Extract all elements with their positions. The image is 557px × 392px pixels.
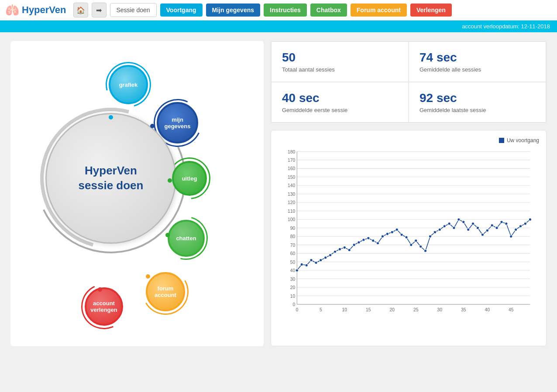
svg-point-79 — [433, 231, 436, 233]
progress-chart: 0102030405060708090100110120130140150160… — [278, 145, 539, 320]
forum-circle[interactable]: forumaccount — [146, 272, 185, 311]
mijn-gegevens-circle[interactable]: mijngegevens — [157, 102, 198, 143]
dot-uitleg — [168, 178, 172, 183]
stat-avg-last: 92 sec Gemiddelde laatste sessie — [409, 82, 546, 123]
forum-button[interactable]: Forum account — [351, 3, 407, 17]
svg-point-94 — [505, 222, 508, 225]
svg-text:20: 20 — [290, 285, 296, 290]
info-bar: account verloopdatum: 12-11-2018 — [0, 20, 557, 32]
svg-text:110: 110 — [288, 209, 295, 214]
stat-total-value: 50 — [282, 51, 398, 65]
svg-text:80: 80 — [290, 234, 296, 239]
stat-avg-all-value: 74 sec — [419, 51, 535, 65]
svg-text:5: 5 — [320, 307, 322, 312]
svg-point-63 — [358, 241, 360, 244]
dot-mijn — [150, 124, 155, 128]
uitleg-circle[interactable]: uitleg — [172, 161, 207, 196]
svg-point-83 — [453, 227, 455, 229]
stat-avg-first-label: Gemiddelde eerste sessie — [282, 107, 398, 113]
center-text: HyperVen sessie doen — [74, 159, 148, 198]
svg-point-88 — [476, 227, 479, 229]
main-content: HyperVen sessie doen grafiek mijngegeven… — [0, 32, 557, 355]
verlengen-circle[interactable]: accountverlengen — [85, 287, 123, 326]
svg-text:180: 180 — [288, 150, 295, 154]
chatten-circle[interactable]: chatten — [168, 220, 205, 257]
svg-text:40: 40 — [485, 307, 490, 312]
svg-point-71 — [395, 228, 398, 231]
lungs-icon: 🫁 — [5, 3, 19, 17]
mijn-gegevens-button[interactable]: Mijn gegevens — [206, 3, 260, 17]
svg-point-81 — [443, 225, 446, 228]
instructies-button[interactable]: Instructies — [264, 3, 307, 17]
account-expiry: account verloopdatum: 12-11-2018 — [462, 23, 550, 30]
svg-text:35: 35 — [461, 307, 466, 312]
svg-point-58 — [334, 250, 336, 253]
svg-text:0: 0 — [296, 307, 298, 312]
center-circle[interactable]: HyperVen sessie doen — [45, 113, 176, 244]
svg-text:10: 10 — [342, 307, 347, 312]
diagram: HyperVen sessie doen grafiek mijngegeven… — [24, 52, 251, 335]
left-panel: HyperVen sessie doen grafiek mijngegeven… — [10, 41, 264, 346]
svg-text:70: 70 — [290, 243, 296, 248]
grafiek-circle[interactable]: grafiek — [109, 65, 148, 104]
stats-card: 50 Totaal aantal sessies 74 sec Gemiddel… — [271, 41, 547, 123]
svg-point-87 — [471, 222, 474, 225]
svg-text:40: 40 — [290, 268, 296, 273]
chatbox-button[interactable]: Chatbox — [310, 3, 347, 17]
stat-avg-last-value: 92 sec — [419, 91, 535, 105]
svg-point-56 — [324, 256, 327, 259]
svg-text:60: 60 — [290, 251, 296, 256]
svg-point-78 — [429, 235, 431, 238]
svg-point-53 — [310, 259, 313, 262]
svg-text:20: 20 — [390, 307, 395, 312]
stat-avg-first: 40 sec Gemiddelde eerste sessie — [271, 82, 409, 123]
svg-point-66 — [372, 239, 375, 242]
forward-button[interactable]: ➡ — [92, 3, 107, 17]
stat-avg-first-value: 40 sec — [282, 91, 398, 105]
svg-text:10: 10 — [290, 294, 296, 299]
svg-point-68 — [381, 235, 384, 238]
svg-text:140: 140 — [288, 183, 295, 188]
svg-text:130: 130 — [288, 192, 295, 197]
svg-point-74 — [410, 244, 413, 246]
legend-box — [499, 138, 504, 143]
logo-text: HyperVen — [22, 4, 66, 16]
logo-area: 🫁 HyperVen — [5, 3, 66, 17]
svg-point-96 — [515, 228, 517, 231]
svg-point-50 — [296, 269, 298, 272]
svg-point-67 — [377, 242, 379, 245]
sessie-button[interactable]: Sessie doen — [110, 3, 157, 17]
svg-point-59 — [338, 248, 341, 250]
header: 🫁 HyperVen 🏠 ➡ Sessie doen Voortgang Mij… — [0, 0, 557, 20]
svg-text:15: 15 — [366, 307, 371, 312]
svg-point-77 — [424, 249, 426, 252]
home-button[interactable]: 🏠 — [73, 3, 88, 17]
chart-legend: Uw voortgang — [278, 137, 539, 143]
svg-point-54 — [315, 261, 317, 264]
svg-point-98 — [524, 222, 526, 225]
stat-avg-all-label: Gemiddelde alle sessies — [419, 66, 535, 73]
svg-point-99 — [529, 218, 531, 221]
right-panel: 50 Totaal aantal sessies 74 sec Gemiddel… — [271, 41, 547, 346]
svg-point-55 — [320, 259, 322, 262]
svg-text:50: 50 — [290, 260, 296, 265]
svg-point-72 — [400, 233, 403, 236]
svg-text:170: 170 — [288, 158, 295, 163]
svg-text:30: 30 — [437, 307, 443, 312]
forward-icon: ➡ — [96, 6, 102, 14]
voortgang-button[interactable]: Voortgang — [160, 3, 203, 17]
svg-point-93 — [500, 221, 503, 223]
svg-point-84 — [457, 218, 460, 221]
svg-text:25: 25 — [413, 307, 419, 312]
verlengen-button[interactable]: Verlengen — [410, 3, 452, 17]
svg-point-95 — [510, 235, 512, 238]
svg-text:150: 150 — [288, 175, 295, 180]
stat-total: 50 Totaal aantal sessies — [271, 41, 409, 82]
svg-point-90 — [486, 229, 488, 232]
dot-grafiek — [109, 115, 113, 119]
dot-chatten — [165, 233, 170, 237]
svg-text:100: 100 — [288, 217, 295, 222]
svg-text:90: 90 — [290, 226, 296, 231]
svg-point-61 — [348, 249, 351, 251]
svg-point-60 — [343, 246, 346, 249]
